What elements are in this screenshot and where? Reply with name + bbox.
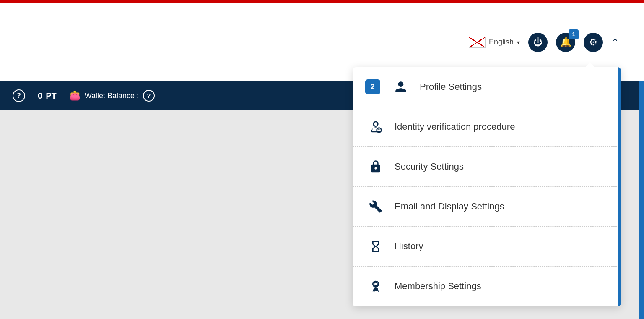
nav-help-button[interactable]: ?: [13, 89, 25, 102]
membership-settings-label: Membership Settings: [395, 281, 481, 292]
history-label: History: [395, 241, 423, 252]
notification-container[interactable]: 🔔 1: [556, 33, 575, 52]
identity-verification-label: Identity verification procedure: [395, 121, 515, 132]
dropdown-item-security-settings[interactable]: Security Settings: [353, 147, 621, 187]
notification-badge: 1: [569, 29, 579, 39]
points-value: 0: [38, 91, 42, 101]
dropdown-scrollbar[interactable]: [618, 67, 621, 306]
power-icon: ⏻: [533, 37, 543, 48]
power-button[interactable]: ⏻: [528, 33, 548, 52]
top-red-bar: [0, 0, 644, 3]
security-settings-label: Security Settings: [395, 161, 464, 172]
dropdown-item-email-display-settings[interactable]: Email and Display Settings: [353, 187, 621, 227]
svg-point-1: [374, 282, 377, 286]
dropdown-caret: [584, 62, 596, 69]
profile-settings-label: Profile Settings: [420, 81, 482, 92]
nav-wallet: 👛 Wallet Balance : ?: [69, 90, 155, 102]
language-chevron-icon: ▾: [517, 39, 520, 46]
nav-points: 0 PT: [38, 91, 57, 101]
medal-icon: [365, 276, 386, 297]
identity-icon: [365, 116, 386, 137]
wallet-label: Wallet Balance :: [85, 92, 139, 100]
email-display-settings-label: Email and Display Settings: [395, 201, 504, 212]
wallet-icon: 👛: [69, 90, 80, 101]
help-icon: ?: [17, 92, 21, 99]
points-unit: PT: [46, 91, 57, 101]
wrench-icon: [365, 196, 386, 217]
gear-icon: ⚙: [589, 37, 597, 48]
lock-icon: [365, 156, 386, 177]
profile-badge: 2: [365, 79, 380, 94]
wallet-help-button[interactable]: ?: [143, 90, 155, 102]
dropdown-item-membership-settings[interactable]: Membership Settings: [353, 267, 621, 306]
language-label: English: [489, 38, 514, 47]
language-selector[interactable]: English ▾: [469, 37, 520, 48]
dropdown-menu: 2 Profile Settings Identity verification…: [353, 67, 621, 306]
wallet-help-icon: ?: [147, 92, 151, 99]
header-controls: English ▾ ⏻ 🔔 1 ⚙ ⌃: [469, 33, 619, 52]
chevron-up-icon[interactable]: ⌃: [611, 37, 619, 48]
person-icon: [390, 76, 411, 97]
dropdown-item-history[interactable]: History: [353, 227, 621, 267]
flag-uk-icon: [469, 37, 486, 48]
settings-button[interactable]: ⚙: [584, 33, 603, 52]
page-scrollbar[interactable]: [639, 81, 644, 319]
dropdown-item-identity-verification[interactable]: Identity verification procedure: [353, 107, 621, 147]
hourglass-icon: [365, 236, 386, 257]
dropdown-item-profile-settings[interactable]: 2 Profile Settings: [353, 67, 621, 107]
